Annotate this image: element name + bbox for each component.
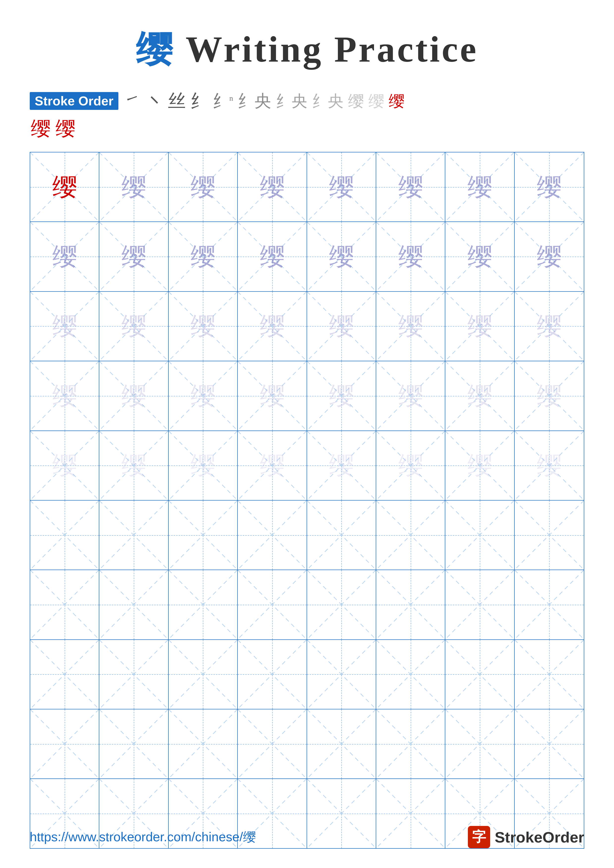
practice-char-lighter: 缨 (329, 383, 354, 408)
grid-cell-9-3[interactable] (169, 709, 238, 778)
grid-cell-7-4[interactable] (238, 570, 307, 639)
grid-cell-4-2[interactable]: 缨 (99, 361, 168, 430)
grid-cell-4-1[interactable]: 缨 (30, 361, 99, 430)
grid-cell-9-6[interactable] (376, 709, 445, 778)
svg-line-128 (30, 709, 99, 778)
grid-cell-4-7[interactable]: 缨 (445, 361, 515, 430)
grid-cell-1-5[interactable]: 缨 (307, 152, 376, 222)
grid-cell-8-3[interactable] (169, 640, 238, 709)
grid-cell-2-6[interactable]: 缨 (376, 222, 445, 291)
stroke-9: 缨 (348, 90, 364, 112)
grid-cell-7-5[interactable] (307, 570, 376, 639)
grid-cell-5-8[interactable]: 缨 (515, 431, 584, 500)
grid-cell-8-5[interactable] (307, 640, 376, 709)
grid-cell-9-4[interactable] (238, 709, 307, 778)
grid-cell-7-8[interactable] (515, 570, 584, 639)
svg-line-115 (99, 640, 168, 709)
practice-char-lightest: 缨 (52, 453, 77, 478)
grid-cell-6-8[interactable] (515, 501, 584, 570)
grid-cell-1-8[interactable]: 缨 (515, 152, 584, 222)
grid-cell-3-5[interactable]: 缨 (307, 292, 376, 361)
grid-cell-2-1[interactable]: 缨 (30, 222, 99, 291)
svg-line-112 (30, 640, 99, 709)
svg-line-121 (307, 640, 376, 709)
svg-line-83 (99, 501, 168, 570)
grid-cell-8-4[interactable] (238, 640, 307, 709)
stroke-2: ㇔ (146, 89, 163, 113)
grid-cell-2-3[interactable]: 缨 (169, 222, 238, 291)
grid-cell-5-6[interactable]: 缨 (376, 431, 445, 500)
grid-cell-3-3[interactable]: 缨 (169, 292, 238, 361)
grid-cell-5-2[interactable]: 缨 (99, 431, 168, 500)
grid-cell-6-5[interactable] (307, 501, 376, 570)
grid-cell-4-6[interactable]: 缨 (376, 361, 445, 430)
practice-char-lightest: 缨 (398, 453, 423, 478)
grid-cell-5-3[interactable]: 缨 (169, 431, 238, 500)
grid-cell-4-8[interactable]: 缨 (515, 361, 584, 430)
grid-cell-2-7[interactable]: 缨 (445, 222, 515, 291)
svg-line-106 (376, 570, 445, 639)
grid-cell-4-4[interactable]: 缨 (238, 361, 307, 430)
grid-cell-3-8[interactable]: 缨 (515, 292, 584, 361)
grid-cell-5-1[interactable]: 缨 (30, 431, 99, 500)
grid-cell-2-5[interactable]: 缨 (307, 222, 376, 291)
grid-cell-6-7[interactable] (445, 501, 515, 570)
practice-char-medium: 缨 (329, 175, 354, 200)
grid-cell-5-7[interactable]: 缨 (445, 431, 515, 500)
grid-cell-7-1[interactable] (30, 570, 99, 639)
practice-char-lighter: 缨 (121, 383, 146, 408)
grid-cell-3-4[interactable]: 缨 (238, 292, 307, 361)
svg-line-91 (376, 501, 445, 570)
grid-cell-6-1[interactable] (30, 501, 99, 570)
grid-row-4: 缨 缨 缨 缨 缨 缨 缨 (30, 361, 584, 431)
footer-url[interactable]: https://www.strokeorder.com/chinese/缨 (30, 828, 256, 846)
footer-brand: 字 StrokeOrder (468, 826, 584, 848)
grid-cell-7-6[interactable] (376, 570, 445, 639)
grid-cell-9-1[interactable] (30, 709, 99, 778)
grid-cell-5-4[interactable]: 缨 (238, 431, 307, 500)
grid-cell-8-6[interactable] (376, 640, 445, 709)
grid-cell-7-3[interactable] (169, 570, 238, 639)
grid-cell-9-7[interactable] (445, 709, 515, 778)
grid-cell-2-2[interactable]: 缨 (99, 222, 168, 291)
grid-cell-1-7[interactable]: 缨 (445, 152, 515, 222)
svg-line-129 (30, 709, 99, 778)
grid-cell-1-6[interactable]: 缨 (376, 152, 445, 222)
grid-cell-6-6[interactable] (376, 501, 445, 570)
grid-cell-8-2[interactable] (99, 640, 168, 709)
svg-line-133 (169, 709, 237, 778)
grid-cell-2-8[interactable]: 缨 (515, 222, 584, 291)
grid-cell-4-5[interactable]: 缨 (307, 361, 376, 430)
svg-line-89 (307, 501, 376, 570)
grid-cell-5-5[interactable]: 缨 (307, 431, 376, 500)
grid-cell-3-1[interactable]: 缨 (30, 292, 99, 361)
grid-cell-3-6[interactable]: 缨 (376, 292, 445, 361)
grid-cell-3-2[interactable]: 缨 (99, 292, 168, 361)
grid-cell-9-2[interactable] (99, 709, 168, 778)
grid-cell-1-4[interactable]: 缨 (238, 152, 307, 222)
practice-char-medium: 缨 (190, 244, 215, 269)
grid-cell-8-1[interactable] (30, 640, 99, 709)
grid-cell-2-4[interactable]: 缨 (238, 222, 307, 291)
svg-line-96 (30, 570, 99, 639)
grid-cell-7-7[interactable] (445, 570, 515, 639)
grid-cell-1-3[interactable]: 缨 (169, 152, 238, 222)
svg-line-131 (99, 709, 168, 778)
grid-cell-6-4[interactable] (238, 501, 307, 570)
grid-cell-8-7[interactable] (445, 640, 515, 709)
grid-cell-6-2[interactable] (99, 501, 168, 570)
grid-cell-1-1[interactable]: 缨 (30, 152, 99, 222)
practice-char-medium: 缨 (260, 244, 284, 269)
grid-cell-6-3[interactable] (169, 501, 238, 570)
stroke-order-row: Stroke Order ㇀ ㇔ 丝 纟 纟n 纟央 纟央 纟央 缨 缨 缨 (30, 89, 584, 113)
grid-cell-3-7[interactable]: 缨 (445, 292, 515, 361)
practice-char-lighter: 缨 (260, 383, 284, 408)
grid-cell-7-2[interactable] (99, 570, 168, 639)
stroke-3: 丝 (168, 89, 186, 113)
grid-cell-1-2[interactable]: 缨 (99, 152, 168, 222)
grid-cell-9-5[interactable] (307, 709, 376, 778)
stroke-4: 纟 (190, 89, 208, 113)
grid-cell-4-3[interactable]: 缨 (169, 361, 238, 430)
grid-cell-8-8[interactable] (515, 640, 584, 709)
grid-cell-9-8[interactable] (515, 709, 584, 778)
